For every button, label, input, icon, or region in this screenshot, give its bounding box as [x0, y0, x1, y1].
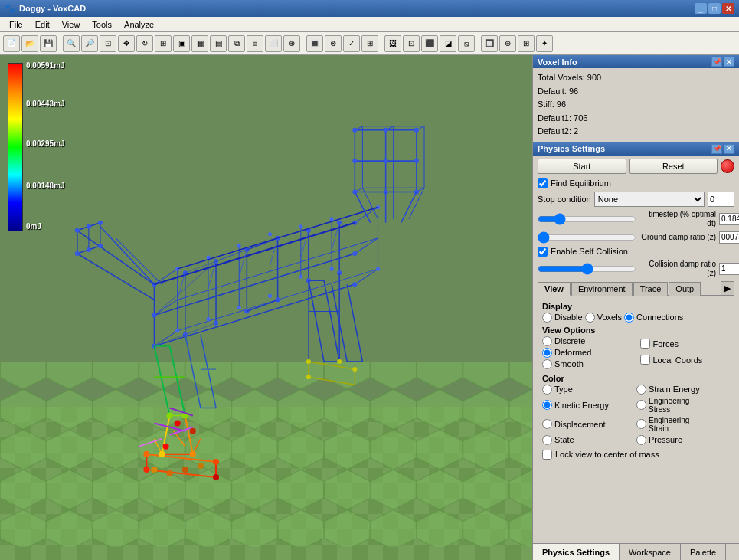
find-equilibrium-checkbox[interactable] — [538, 178, 548, 188]
menu-file[interactable]: File — [3, 18, 29, 31]
view-discrete-radio[interactable] — [542, 336, 552, 346]
stop-condition-row: Stop condition None Time Energy — [538, 192, 734, 207]
tab-output[interactable]: Outp — [669, 282, 701, 296]
close-button[interactable]: ✕ — [722, 3, 734, 14]
tab-trace[interactable]: Trace — [633, 282, 669, 296]
tb-btn11[interactable]: ⊞ — [361, 35, 378, 52]
collision-damp-slider[interactable] — [538, 264, 636, 274]
tb-btn13[interactable]: ⊡ — [403, 35, 420, 52]
svg-point-164 — [330, 217, 334, 221]
tb-btn19[interactable]: ⊞ — [518, 35, 535, 52]
local-coords-checkbox[interactable] — [640, 355, 650, 365]
tb-btn5[interactable]: ⧈ — [247, 35, 263, 52]
title-bar: 🐾 Doggy - VoxCAD _ □ ✕ — [0, 0, 739, 17]
tb-btn8[interactable]: 🔳 — [306, 35, 323, 52]
maximize-button[interactable]: □ — [708, 3, 721, 14]
tb-btn14[interactable]: ⬛ — [421, 35, 438, 52]
tab-view[interactable]: View — [538, 282, 571, 296]
view-deformed-label: Deformed — [554, 348, 591, 357]
menu-view[interactable]: View — [56, 18, 87, 31]
collision-damp-row: Collision damp ratio (z) — [538, 260, 734, 278]
tab-scroll-right[interactable]: ▶ — [721, 281, 734, 295]
tb-save[interactable]: 💾 — [40, 35, 57, 52]
tb-btn12[interactable]: 🖼 — [384, 35, 401, 52]
physics-pin[interactable]: 📌 — [711, 144, 722, 154]
stop-condition-select[interactable]: None Time Energy — [594, 192, 705, 207]
bottom-tab-palette[interactable]: Palette — [681, 544, 726, 560]
reset-button[interactable]: Reset — [629, 159, 718, 174]
svg-point-130 — [167, 412, 173, 418]
tb-btn9[interactable]: ⊗ — [325, 35, 342, 52]
ground-damp-slider[interactable] — [538, 232, 636, 243]
stop-condition-input[interactable] — [708, 192, 734, 207]
view-smooth-radio[interactable] — [542, 359, 552, 369]
physics-content: Start Reset Find Equilibrium Stop condit… — [533, 156, 739, 543]
color-kinetic-radio[interactable] — [542, 400, 552, 410]
tb-btn15[interactable]: ◪ — [440, 35, 456, 52]
tb-btn10[interactable]: ✓ — [343, 35, 360, 52]
tb-scale[interactable]: ⊞ — [155, 35, 172, 52]
tb-zoom-out[interactable]: 🔎 — [81, 35, 98, 52]
voxel-info-close[interactable]: ✕ — [724, 57, 734, 67]
color-state-radio[interactable] — [542, 435, 552, 445]
view-discrete-label: Discrete — [554, 336, 585, 345]
menu-edit[interactable]: Edit — [29, 18, 56, 31]
tb-open[interactable]: 📂 — [21, 35, 38, 52]
svg-point-134 — [143, 451, 149, 457]
color-displacement-radio[interactable] — [542, 419, 552, 429]
tb-btn20[interactable]: ✦ — [536, 35, 553, 52]
svg-point-136 — [143, 467, 149, 473]
physics-close[interactable]: ✕ — [724, 144, 734, 154]
svg-point-133 — [190, 451, 196, 457]
viewport-3d[interactable]: 0.00591mJ 0.00443mJ 0.00295mJ 0.00148mJ … — [0, 55, 532, 560]
display-disable-radio[interactable] — [542, 313, 552, 323]
svg-rect-2 — [0, 362, 532, 547]
svg-point-162 — [268, 232, 272, 236]
bottom-tab-workspace[interactable]: Workspace — [620, 544, 681, 560]
svg-line-72 — [355, 192, 370, 222]
tb-btn17[interactable]: 🔲 — [481, 35, 498, 52]
tb-btn4[interactable]: ⧉ — [228, 35, 245, 52]
svg-point-170 — [299, 275, 302, 279]
voxel-info-pin[interactable]: 📌 — [711, 57, 722, 67]
tb-btn7[interactable]: ⊕ — [283, 35, 300, 52]
self-collision-checkbox[interactable] — [538, 247, 548, 257]
physics-header: Physics Settings 📌 ✕ — [533, 142, 739, 156]
tb-btn3[interactable]: ▤ — [210, 35, 227, 52]
tb-btn18[interactable]: ⊕ — [499, 35, 516, 52]
svg-line-95 — [309, 280, 324, 362]
display-voxels-radio[interactable] — [585, 313, 595, 323]
color-type-radio[interactable] — [542, 385, 552, 395]
tb-select[interactable]: ⊡ — [100, 35, 116, 52]
menu-analyze[interactable]: Analyze — [118, 18, 160, 31]
svg-line-75 — [362, 188, 378, 218]
menu-bar: File Edit View Tools Analyze — [0, 17, 739, 32]
view-deformed-radio[interactable] — [542, 348, 552, 358]
timestep-value[interactable] — [719, 213, 739, 225]
timestep-slider[interactable] — [538, 214, 636, 224]
bottom-tab-physics[interactable]: Physics Settings — [533, 544, 620, 560]
menu-tools[interactable]: Tools — [86, 18, 118, 31]
display-connections-radio[interactable] — [624, 313, 634, 323]
tb-move[interactable]: ✥ — [118, 35, 135, 52]
tb-btn16[interactable]: ⧅ — [458, 35, 475, 52]
forces-checkbox[interactable] — [640, 339, 650, 349]
start-button[interactable]: Start — [538, 159, 626, 174]
tb-rotate[interactable]: ↻ — [136, 35, 153, 52]
tb-new[interactable]: 📄 — [3, 35, 20, 52]
tb-btn6[interactable]: ⬜ — [265, 35, 282, 52]
minimize-button[interactable]: _ — [695, 3, 707, 14]
tb-zoom-in[interactable]: 🔍 — [63, 35, 80, 52]
color-options: Type Strain Energy Kinetic Energy E — [542, 385, 730, 447]
collision-damp-value[interactable] — [719, 263, 739, 275]
tab-environment[interactable]: Environment — [571, 282, 633, 296]
color-eng-stress-radio[interactable] — [636, 400, 646, 410]
lock-view-checkbox[interactable] — [542, 450, 552, 460]
ground-damp-value[interactable] — [719, 231, 739, 244]
tb-btn2[interactable]: ▦ — [191, 35, 208, 52]
color-strain-energy-radio[interactable] — [636, 385, 646, 395]
svg-point-37 — [337, 221, 342, 225]
tb-btn1[interactable]: ▣ — [173, 35, 190, 52]
color-pressure-radio[interactable] — [636, 435, 646, 445]
color-eng-strain-radio[interactable] — [636, 419, 646, 429]
